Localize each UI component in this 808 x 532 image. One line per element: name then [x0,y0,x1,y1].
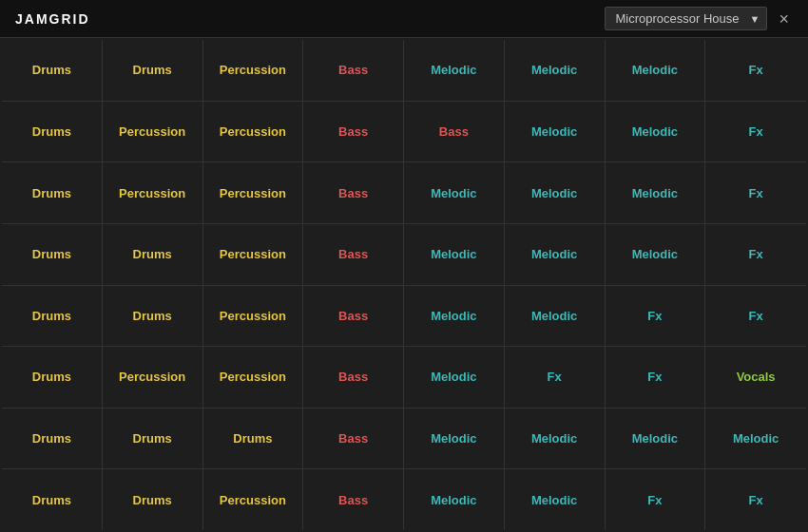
grid-cell-7-3[interactable]: Bass [303,469,404,530]
grid-cell-6-1[interactable]: Drums [103,408,203,469]
grid-cell-7-5[interactable]: Melodic [505,469,606,530]
grid-cell-7-1[interactable]: Drums [103,469,203,530]
grid-cell-1-6[interactable]: Melodic [606,102,706,162]
grid-cell-1-2[interactable]: Percussion [203,102,304,162]
grid-cell-0-2[interactable]: Percussion [203,40,304,101]
grid-cell-6-0[interactable]: Drums [2,408,103,469]
grid-cell-7-4[interactable]: Melodic [404,469,505,530]
grid-cell-4-1[interactable]: Drums [103,286,203,347]
grid-cell-3-7[interactable]: Fx [705,224,806,285]
grid-cell-3-0[interactable]: Drums [2,224,103,285]
grid-cell-4-7[interactable]: Fx [705,286,806,347]
grid-cell-2-5[interactable]: Melodic [505,162,606,223]
grid-cell-1-5[interactable]: Melodic [505,102,606,162]
grid-cell-4-6[interactable]: Fx [606,286,706,347]
grid-cell-7-0[interactable]: Drums [2,469,103,530]
grid-cell-1-7[interactable]: Fx [705,102,806,162]
grid-cell-0-4[interactable]: Melodic [404,40,505,101]
grid-row-5: DrumsPercussionPercussionBassMelodicFxFx… [2,347,806,408]
grid-cell-0-5[interactable]: Melodic [505,40,606,101]
logo: JAMGRID [15,11,90,27]
grid-cell-1-3[interactable]: Bass [303,102,404,162]
grid-cell-0-1[interactable]: Drums [103,40,203,101]
grid-cell-5-2[interactable]: Percussion [203,347,304,408]
grid-cell-5-0[interactable]: Drums [2,347,103,408]
grid-cell-4-2[interactable]: Percussion [203,286,304,347]
grid-cell-0-6[interactable]: Melodic [606,40,706,101]
grid-cell-1-4[interactable]: Bass [404,102,505,162]
grid-cell-4-0[interactable]: Drums [2,286,103,347]
grid-row-6: DrumsDrumsDrumsBassMelodicMelodicMelodic… [2,408,806,470]
grid-cell-6-6[interactable]: Melodic [606,408,706,469]
grid-container: DrumsDrumsPercussionBassMelodicMelodicMe… [0,38,808,532]
grid-cell-3-6[interactable]: Melodic [606,224,706,285]
grid-cell-6-5[interactable]: Melodic [505,408,606,469]
grid-row-3: DrumsDrumsPercussionBassMelodicMelodicMe… [2,224,806,286]
grid-cell-6-3[interactable]: Bass [303,408,404,469]
grid-cell-6-4[interactable]: Melodic [404,408,505,469]
grid-cell-6-7[interactable]: Melodic [705,408,806,469]
grid-cell-2-6[interactable]: Melodic [606,162,706,223]
grid-cell-0-3[interactable]: Bass [303,40,404,101]
grid-cell-3-2[interactable]: Percussion [203,224,304,285]
grid-cell-3-1[interactable]: Drums [103,224,203,285]
grid-cell-7-7[interactable]: Fx [705,469,806,530]
grid-cell-3-3[interactable]: Bass [303,224,404,285]
grid-cell-1-0[interactable]: Drums [2,102,103,162]
grid-cell-2-2[interactable]: Percussion [203,162,304,223]
grid-cell-3-5[interactable]: Melodic [505,224,606,285]
grid-cell-5-1[interactable]: Percussion [103,347,203,408]
grid-cell-0-7[interactable]: Fx [705,40,806,101]
grid-row-2: DrumsPercussionPercussionBassMelodicMelo… [2,162,806,224]
header-right: Microprocessor House ▼ × [605,7,793,30]
grid-cell-0-0[interactable]: Drums [2,40,103,101]
grid-cell-5-3[interactable]: Bass [303,347,404,408]
grid-cell-5-5[interactable]: Fx [505,347,606,408]
grid-cell-5-4[interactable]: Melodic [404,347,505,408]
grid-row-7: DrumsDrumsPercussionBassMelodicMelodicFx… [2,469,806,530]
grid-row-1: DrumsPercussionPercussionBassBassMelodic… [2,102,806,163]
dropdown-wrapper: Microprocessor House ▼ [605,7,767,30]
app-container: JAMGRID Microprocessor House ▼ × DrumsDr… [0,0,808,532]
grid-cell-4-5[interactable]: Melodic [505,286,606,347]
grid-cell-7-6[interactable]: Fx [606,469,706,530]
grid-row-4: DrumsDrumsPercussionBassMelodicMelodicFx… [2,286,806,348]
grid-cell-2-3[interactable]: Bass [303,162,404,223]
grid-cell-5-6[interactable]: Fx [606,347,706,408]
grid-cell-2-7[interactable]: Fx [705,162,806,223]
grid-row-0: DrumsDrumsPercussionBassMelodicMelodicMe… [2,40,806,102]
close-button[interactable]: × [775,9,793,29]
grid-cell-5-7[interactable]: Vocals [705,347,806,408]
preset-dropdown[interactable]: Microprocessor House [605,7,767,30]
grid-cell-7-2[interactable]: Percussion [203,469,304,530]
grid-cell-2-0[interactable]: Drums [2,162,103,223]
grid-cell-2-1[interactable]: Percussion [103,162,203,223]
grid-cell-3-4[interactable]: Melodic [404,224,505,285]
grid-cell-6-2[interactable]: Drums [203,408,304,469]
grid-cell-1-1[interactable]: Percussion [103,102,203,162]
grid-cell-4-4[interactable]: Melodic [404,286,505,347]
header: JAMGRID Microprocessor House ▼ × [0,0,808,38]
grid-cell-2-4[interactable]: Melodic [404,162,505,223]
grid-cell-4-3[interactable]: Bass [303,286,404,347]
